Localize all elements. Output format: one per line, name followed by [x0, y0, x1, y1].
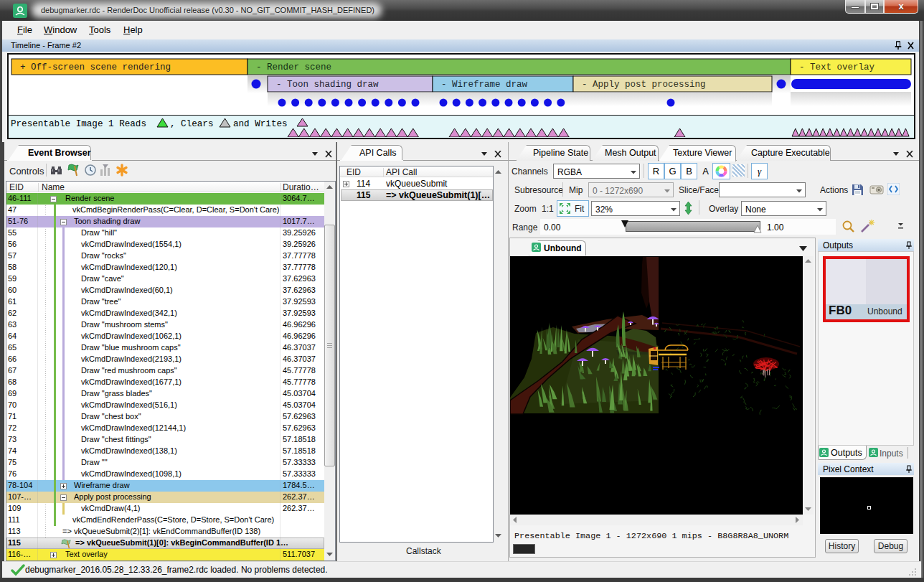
svg-text:and Writes: and Writes: [233, 119, 288, 129]
svg-text:- Text overlay: - Text overlay: [799, 62, 875, 72]
svg-text:+ Off-screen scene rendering: + Off-screen scene rendering: [20, 62, 171, 72]
svg-text:, Clears: , Clears: [170, 119, 213, 129]
svg-text:- Wireframe draw: - Wireframe draw: [441, 80, 528, 90]
svg-text:- Apply post processing: - Apply post processing: [582, 80, 706, 90]
svg-text:- Render scene: - Render scene: [256, 62, 331, 72]
svg-text:- Toon shading draw: - Toon shading draw: [276, 80, 379, 90]
svg-text:Presentable Image 1 Reads: Presentable Image 1 Reads: [11, 119, 146, 129]
